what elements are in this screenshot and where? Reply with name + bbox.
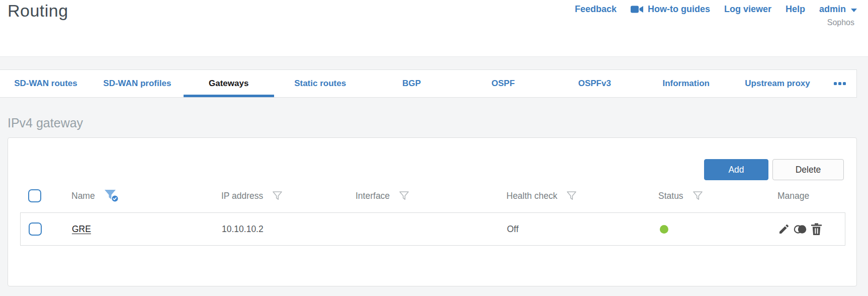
health-check-value: Off [499, 224, 651, 235]
table-row-container: GRE 10.10.10.2 Off [20, 212, 845, 246]
brand-label: Sophos [827, 18, 854, 27]
column-status: Status [658, 191, 683, 201]
admin-menu[interactable]: admin [819, 4, 857, 15]
tab-bar: SD-WAN routes SD-WAN profiles Gateways S… [0, 69, 857, 98]
how-to-guides-link[interactable]: How-to guides [631, 4, 710, 15]
column-interface: Interface [356, 191, 390, 201]
status-filter-icon[interactable] [692, 191, 703, 201]
ellipsis-icon [834, 82, 837, 85]
feedback-link[interactable]: Feedback [575, 4, 617, 15]
row-checkbox[interactable] [29, 223, 42, 236]
toolbar: Add Delete [704, 159, 844, 180]
health-check-filter-icon[interactable] [566, 191, 577, 201]
tab-information[interactable]: Information [640, 70, 732, 97]
manage-actions [770, 223, 845, 236]
tab-ospf[interactable]: OSPF [457, 70, 549, 97]
chevron-down-icon [851, 4, 857, 15]
log-viewer-link[interactable]: Log viewer [724, 4, 771, 15]
ip-address-value: 10.10.10.2 [214, 224, 348, 235]
more-tabs-button[interactable] [823, 70, 856, 97]
how-to-guides-label: How-to guides [648, 4, 710, 15]
section-heading: IPv4 gateway [8, 116, 83, 130]
admin-label: admin [819, 4, 846, 15]
tab-sdwan-routes[interactable]: SD-WAN routes [0, 70, 92, 97]
tab-bgp[interactable]: BGP [366, 70, 458, 97]
column-name: Name [71, 191, 95, 201]
tab-sdwan-profiles[interactable]: SD-WAN profiles [92, 70, 183, 97]
video-camera-icon [631, 5, 644, 14]
column-ip-address: IP address [221, 191, 263, 201]
tab-upstream-proxy[interactable]: Upstream proxy [732, 70, 823, 97]
delete-button[interactable]: Delete [772, 159, 844, 180]
clone-icon[interactable] [794, 224, 807, 235]
name-filter-active-icon[interactable] [104, 189, 119, 202]
page-title: Routing [8, 1, 68, 21]
tab-ospfv3[interactable]: OSPFv3 [549, 70, 640, 97]
table-row: GRE 10.10.10.2 Off [21, 213, 845, 245]
column-manage: Manage [777, 191, 809, 201]
tab-gateways[interactable]: Gateways [183, 70, 275, 97]
select-all-checkbox[interactable] [28, 189, 41, 202]
interface-filter-icon[interactable] [399, 191, 409, 201]
header-links: Feedback How-to guides Log viewer Help a… [575, 4, 857, 15]
add-button[interactable]: Add [704, 159, 768, 180]
column-health-check: Health check [506, 191, 557, 201]
table-header: Name IP address Interface Health check [20, 185, 845, 207]
log-viewer-label: Log viewer [724, 4, 771, 15]
edit-pencil-icon[interactable] [778, 223, 790, 235]
status-up-indicator [660, 225, 668, 234]
gateway-name-link[interactable]: GRE [72, 224, 91, 235]
help-label: Help [786, 4, 805, 15]
tab-static-routes[interactable]: Static routes [275, 70, 366, 97]
feedback-label: Feedback [575, 4, 617, 15]
top-header: Routing Feedback How-to guides Log viewe… [0, 0, 868, 57]
help-link[interactable]: Help [786, 4, 805, 15]
ip-address-filter-icon[interactable] [272, 191, 283, 201]
gateway-card: Add Delete Name IP address Interface [8, 137, 857, 286]
delete-trash-icon[interactable] [811, 223, 822, 236]
